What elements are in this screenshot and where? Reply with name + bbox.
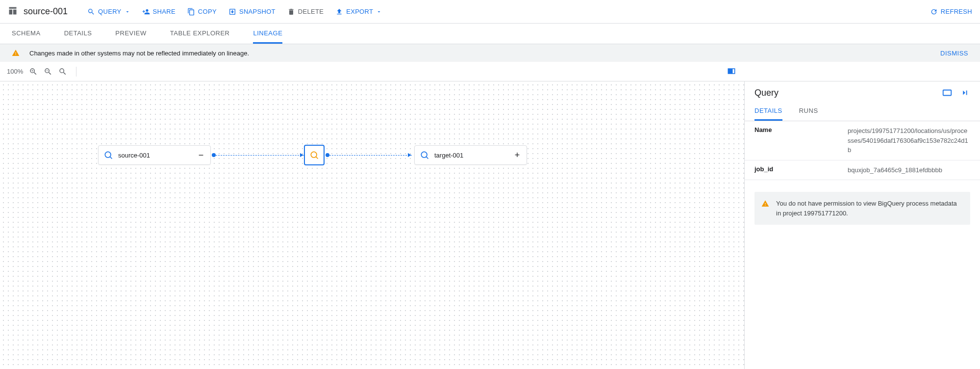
svg-point-1 bbox=[311, 152, 317, 158]
permission-text: You do not have permission to view BigQu… bbox=[776, 199, 963, 218]
table-node-icon bbox=[420, 150, 429, 160]
warning-icon bbox=[761, 200, 769, 208]
detail-row-name: Name projects/199751771200/locations/us/… bbox=[745, 121, 980, 160]
panel-tab-details[interactable]: DETAILS bbox=[754, 102, 782, 121]
arrow-icon bbox=[408, 153, 411, 157]
snapshot-icon bbox=[228, 8, 236, 16]
process-icon bbox=[309, 150, 319, 160]
collapse-panel-icon[interactable] bbox=[959, 87, 970, 98]
chevron-down-icon bbox=[376, 9, 382, 15]
trash-icon bbox=[287, 8, 295, 16]
chevron-down-icon bbox=[125, 9, 130, 15]
page-title: source-001 bbox=[24, 6, 68, 17]
svg-rect-3 bbox=[943, 90, 952, 96]
export-button[interactable]: EXPORT bbox=[335, 8, 382, 16]
toggle-side-panel[interactable] bbox=[725, 65, 738, 78]
lineage-process-node[interactable] bbox=[304, 145, 325, 165]
tab-lineage[interactable]: LINEAGE bbox=[253, 24, 282, 44]
panel-header: Query bbox=[745, 81, 980, 102]
tab-details[interactable]: DETAILS bbox=[64, 24, 92, 44]
table-icon bbox=[8, 6, 24, 17]
warning-icon bbox=[12, 49, 20, 57]
detail-value: bquxjob_7a6465c9_1881efdbbbb bbox=[848, 165, 970, 175]
details-panel: Query DETAILS RUNS Name projects/1997517… bbox=[745, 81, 980, 369]
svg-point-2 bbox=[421, 152, 427, 158]
person-add-icon bbox=[142, 8, 150, 16]
page-header: source-001 QUERY SHARE COPY SNAPSHOT DEL… bbox=[0, 0, 980, 24]
lineage-notice: Changes made in other systems may not be… bbox=[0, 44, 980, 62]
table-node-icon bbox=[103, 150, 113, 160]
lineage-layout: source-001 − target-001 + Query DETA bbox=[0, 81, 980, 369]
dismiss-button[interactable]: DISMISS bbox=[940, 50, 968, 57]
zoom-level: 100% bbox=[7, 68, 23, 75]
detail-key: job_id bbox=[754, 165, 848, 175]
search-icon bbox=[87, 8, 95, 16]
lineage-canvas[interactable]: source-001 − target-001 + bbox=[0, 81, 745, 369]
copy-icon bbox=[187, 8, 195, 16]
toolbar: QUERY SHARE COPY SNAPSHOT DELETE EXPORT … bbox=[87, 8, 972, 16]
detail-row-jobid: job_id bquxjob_7a6465c9_1881efdbbbb bbox=[745, 160, 980, 181]
delete-button[interactable]: DELETE bbox=[287, 8, 324, 16]
port-dot bbox=[212, 153, 216, 157]
node-label: target-001 bbox=[434, 152, 463, 159]
svg-point-0 bbox=[105, 152, 111, 158]
panel-tab-runs[interactable]: RUNS bbox=[799, 102, 818, 121]
notice-text: Changes made in other systems may not be… bbox=[29, 50, 249, 57]
tab-table-explorer[interactable]: TABLE EXPLORER bbox=[170, 24, 230, 44]
lineage-edge bbox=[216, 155, 304, 156]
zoom-in-icon[interactable] bbox=[29, 67, 38, 76]
refresh-button[interactable]: REFRESH bbox=[930, 8, 972, 16]
permission-warning: You do not have permission to view BigQu… bbox=[754, 192, 970, 225]
panel-tabs: DETAILS RUNS bbox=[745, 102, 980, 121]
zoom-reset-icon[interactable] bbox=[58, 67, 67, 76]
lineage-node-source[interactable]: source-001 − bbox=[98, 145, 211, 165]
collapse-icon[interactable]: − bbox=[197, 151, 205, 159]
arrow-icon bbox=[300, 153, 303, 157]
tab-preview[interactable]: PREVIEW bbox=[115, 24, 146, 44]
fullscreen-icon[interactable] bbox=[942, 87, 953, 98]
port-dot bbox=[326, 153, 329, 157]
refresh-icon bbox=[930, 8, 938, 16]
detail-key: Name bbox=[754, 126, 848, 155]
main-tabs: SCHEMA DETAILS PREVIEW TABLE EXPLORER LI… bbox=[0, 24, 980, 44]
zoom-out-icon[interactable] bbox=[44, 67, 52, 76]
snapshot-button[interactable]: SNAPSHOT bbox=[228, 8, 276, 16]
tab-schema[interactable]: SCHEMA bbox=[12, 24, 41, 44]
upload-icon bbox=[335, 8, 343, 16]
expand-icon[interactable]: + bbox=[513, 151, 522, 159]
query-button[interactable]: QUERY bbox=[87, 8, 130, 16]
lineage-node-target[interactable]: target-001 + bbox=[414, 145, 527, 165]
share-button[interactable]: SHARE bbox=[142, 8, 176, 16]
detail-value: projects/199751771200/locations/us/proce… bbox=[848, 126, 970, 155]
panel-title: Query bbox=[754, 88, 935, 98]
lineage-edge bbox=[329, 155, 412, 156]
node-label: source-001 bbox=[118, 152, 150, 159]
zoom-bar: 100% bbox=[0, 62, 980, 81]
copy-button[interactable]: COPY bbox=[187, 8, 217, 16]
